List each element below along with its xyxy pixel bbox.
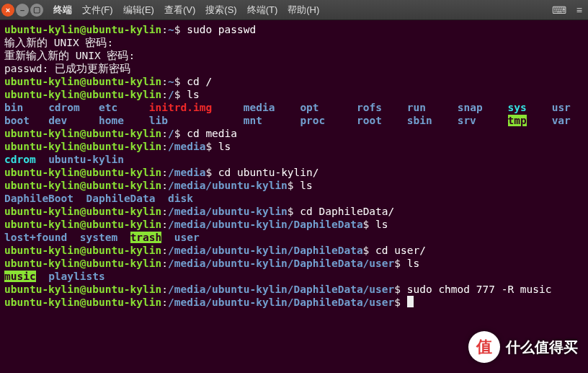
ls-entry: music — [4, 271, 36, 282]
titlebar-right-icons: ⌨ ≡ — [552, 4, 582, 16]
ls-entry: system — [80, 232, 117, 243]
ls-entry: srv — [458, 115, 476, 126]
command-text: ls — [407, 258, 419, 269]
prompt-path: /media/ubuntu-kylin/DaphileData — [168, 245, 363, 256]
terminal-line: cdrom ubuntu-kylin — [4, 153, 584, 166]
ls-entry: etc — [99, 102, 117, 113]
prompt-path: / — [168, 89, 174, 100]
prompt-user: ubuntu-kylin@ubuntu-kylin — [4, 180, 161, 191]
ls-entry: proc — [300, 115, 325, 126]
ls-entry: var — [552, 115, 571, 126]
prompt-path: ~ — [168, 24, 174, 35]
prompt-path: /media/ubuntu-kylin/DaphileData/user — [168, 297, 394, 308]
terminal-line: ubuntu-kylin@ubuntu-kylin:/media/ubuntu-… — [4, 244, 584, 257]
command-text: ls — [300, 180, 312, 191]
prompt-path: ~ — [168, 76, 174, 87]
prompt-user: ubuntu-kylin@ubuntu-kylin — [4, 258, 161, 269]
terminal-line: ubuntu-kylin@ubuntu-kylin:~$ sudo passwd — [4, 23, 584, 36]
ls-entry: initrd.img — [149, 102, 212, 113]
prompt-user: ubuntu-kylin@ubuntu-kylin — [4, 245, 161, 256]
terminal-output[interactable]: ubuntu-kylin@ubuntu-kylin:~$ sudo passwd… — [0, 20, 588, 312]
ls-entry: bin — [4, 102, 23, 113]
command-text: cd DaphileData/ — [300, 206, 394, 217]
prompt-path: /media — [168, 141, 205, 152]
command-text: ls — [375, 219, 388, 230]
ls-entry: rofs — [357, 102, 382, 113]
window-controls: × – ▢ — [1, 4, 43, 17]
output-text: 输入新的 UNIX 密码: — [4, 37, 113, 48]
window-titlebar: × – ▢ 终端文件(F)编辑(E)查看(V)搜索(S)终端(T)帮助(H) ⌨… — [0, 0, 588, 20]
menubar-title: 终端 — [50, 2, 75, 18]
output-text: passwd: 已成功更新密码 — [4, 63, 130, 74]
prompt-path: /media — [168, 167, 205, 178]
close-icon[interactable]: × — [1, 4, 14, 17]
menu-item[interactable]: 终端(T) — [244, 2, 281, 18]
prompt-user: ubuntu-kylin@ubuntu-kylin — [4, 76, 161, 87]
terminal-line: DaphileBoot DaphileData disk — [4, 192, 584, 205]
menu-item[interactable]: 查看(V) — [161, 2, 198, 18]
prompt-user: ubuntu-kylin@ubuntu-kylin — [4, 297, 161, 308]
ls-entry: lost+found — [4, 232, 67, 243]
terminal-line: boot dev home lib mnt proc root sbin srv… — [4, 114, 584, 127]
watermark-text: 什么值得买 — [506, 338, 578, 357]
ls-entry: dev — [48, 115, 67, 126]
terminal-line: ubuntu-kylin@ubuntu-kylin:/media/ubuntu-… — [4, 296, 584, 309]
prompt-user: ubuntu-kylin@ubuntu-kylin — [4, 89, 161, 100]
prompt-path: /media/ubuntu-kylin — [168, 180, 288, 191]
terminal-line: ubuntu-kylin@ubuntu-kylin:/media/ubuntu-… — [4, 257, 584, 270]
prompt-user: ubuntu-kylin@ubuntu-kylin — [4, 128, 161, 139]
prompt-user: ubuntu-kylin@ubuntu-kylin — [4, 206, 161, 217]
prompt-path: / — [168, 128, 174, 139]
terminal-line: bin cdrom etc initrd.img media opt rofs … — [4, 101, 584, 114]
ls-entry: media — [244, 102, 275, 113]
minimize-icon[interactable]: – — [16, 4, 29, 17]
command-text: sudo chmod 777 -R music — [407, 284, 552, 295]
menu-item[interactable]: 搜索(S) — [202, 2, 239, 18]
prompt-user: ubuntu-kylin@ubuntu-kylin — [4, 219, 161, 230]
ls-entry: home — [99, 115, 124, 126]
menubar: 终端文件(F)编辑(E)查看(V)搜索(S)终端(T)帮助(H) — [50, 2, 322, 18]
terminal-line: ubuntu-kylin@ubuntu-kylin:~$ cd / — [4, 75, 584, 88]
menu-item[interactable]: 文件(F) — [79, 2, 116, 18]
menu-icon[interactable]: ≡ — [576, 4, 582, 16]
ls-entry: DaphileData — [86, 193, 156, 204]
terminal-line: 重新输入新的 UNIX 密码: — [4, 49, 584, 62]
command-text: ls — [218, 141, 231, 152]
ls-entry: tmp — [508, 115, 527, 126]
prompt-user: ubuntu-kylin@ubuntu-kylin — [4, 24, 161, 35]
prompt-path: /media/ubuntu-kylin/DaphileData/user — [168, 258, 394, 269]
maximize-icon[interactable]: ▢ — [30, 4, 43, 17]
ls-entry: opt — [300, 102, 318, 113]
ls-entry: trash — [130, 232, 162, 243]
ls-entry: cdrom — [48, 102, 80, 113]
ls-entry: disk — [168, 193, 193, 204]
terminal-line: music playlists — [4, 270, 584, 283]
command-text: sudo passwd — [187, 24, 256, 35]
watermark-badge: 值 — [468, 331, 500, 363]
terminal-line: lost+found system trash user — [4, 231, 584, 244]
ls-entry: lib — [149, 115, 168, 126]
command-text: cd ubuntu-kylin/ — [218, 167, 319, 178]
ls-entry: ubuntu-kylin — [48, 154, 124, 165]
terminal-line: ubuntu-kylin@ubuntu-kylin:/$ ls — [4, 88, 584, 101]
ls-entry: sbin — [407, 115, 432, 126]
prompt-path: /media/ubuntu-kylin/DaphileData/user — [168, 284, 394, 295]
terminal-line: ubuntu-kylin@ubuntu-kylin:/media$ cd ubu… — [4, 166, 584, 179]
command-text: ls — [187, 89, 199, 100]
ls-entry: snap — [458, 102, 483, 113]
input-method-icon[interactable]: ⌨ — [552, 4, 566, 16]
cursor — [407, 296, 414, 307]
menu-item[interactable]: 帮助(H) — [285, 2, 322, 18]
prompt-user: ubuntu-kylin@ubuntu-kylin — [4, 167, 161, 178]
terminal-line: ubuntu-kylin@ubuntu-kylin:/media/ubuntu-… — [4, 179, 584, 192]
ls-entry: playlists — [48, 271, 105, 282]
ls-entry: boot — [4, 115, 30, 126]
ls-entry: sys — [508, 102, 527, 113]
ls-entry: mnt — [244, 115, 262, 126]
ls-entry: cdrom — [4, 154, 36, 165]
terminal-line: ubuntu-kylin@ubuntu-kylin:/$ cd media — [4, 127, 584, 140]
menu-item[interactable]: 编辑(E) — [120, 2, 157, 18]
prompt-path: /media/ubuntu-kylin — [168, 206, 288, 217]
ls-entry: run — [407, 102, 426, 113]
command-text: cd user/ — [375, 245, 426, 256]
